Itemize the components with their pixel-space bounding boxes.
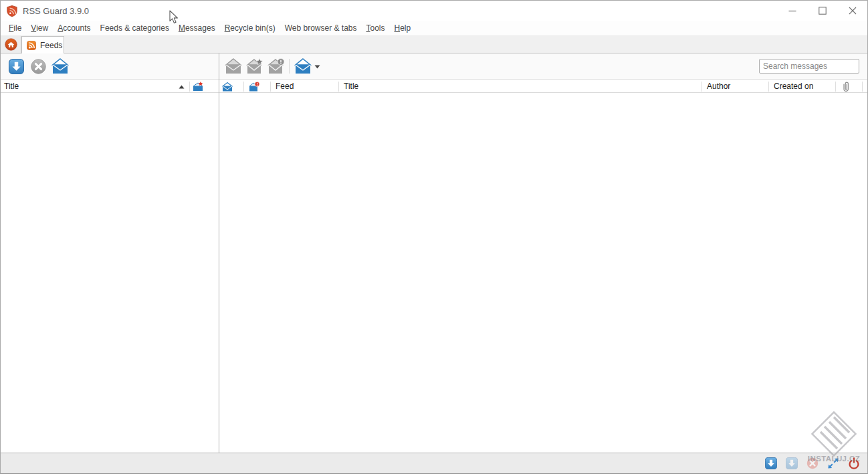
feeds-header: Title [1, 79, 219, 93]
menu-bar: File View Accounts Feeds & categories Me… [1, 21, 867, 36]
menu-item-file[interactable]: File [5, 21, 25, 35]
menu-item-tools[interactable]: Tools [362, 21, 389, 35]
messages-header: Feed Title Author Created on [219, 79, 867, 93]
mark-unread-button envelope-exclamation-icon[interactable] [267, 58, 285, 74]
header-separator [768, 82, 769, 92]
tab-bar: Feeds [1, 36, 867, 53]
tab-home[interactable] [1, 36, 21, 53]
home-icon [5, 38, 17, 51]
statusbar-update-feeds-button download-arrow-icon[interactable] [765, 457, 777, 469]
read-status-column read-envelope-icon[interactable] [222, 82, 233, 92]
sort-ascending-icon [179, 85, 185, 89]
header-separator [835, 82, 836, 92]
tab-feeds[interactable]: Feeds [21, 36, 64, 53]
menu-item-web-browser-tabs[interactable]: Web browser & tabs [281, 21, 361, 35]
search-input[interactable] [759, 59, 859, 74]
statusbar-update-selected-button download-arrow-icon[interactable] [786, 457, 798, 469]
mark-all-read-button open-envelope-dropdown-icon[interactable] [294, 58, 312, 74]
header-separator [338, 82, 339, 92]
app-logo-shield-icon [6, 5, 18, 17]
importance-column importance-envelope-icon[interactable] [249, 82, 260, 92]
menu-item-feeds-categories[interactable]: Feeds & categories [96, 21, 173, 35]
header-separator [243, 82, 244, 92]
statusbar-stop-button red-x-icon[interactable] [806, 457, 819, 469]
menu-item-accounts[interactable]: Accounts [53, 21, 94, 35]
status-bar [1, 453, 867, 473]
dropdown-caret-icon[interactable] [314, 65, 320, 69]
unread-counts-column envelope-red-star-icon[interactable] [193, 82, 203, 92]
messages-column-title[interactable]: Title [344, 80, 358, 94]
feeds-column-title[interactable]: Title [4, 80, 19, 94]
messages-column-created-on[interactable]: Created on [774, 80, 813, 94]
messages-toolbar [219, 53, 867, 79]
title-bar: RSS Guard 3.9.0 [1, 1, 867, 21]
message-list[interactable] [219, 93, 867, 453]
tab-feeds-label: Feeds [40, 41, 62, 50]
menu-item-help[interactable]: Help [391, 21, 415, 35]
stop-button stop-x-icon[interactable] [29, 58, 47, 74]
menu-item-recycle-bins[interactable]: Recycle bin(s) [221, 21, 280, 35]
rss-icon [27, 41, 36, 50]
menu-item-messages[interactable]: Messages [175, 21, 219, 35]
feeds-toolbar [1, 53, 219, 79]
mark-important-button envelope-star-icon[interactable] [246, 58, 263, 74]
mark-message-read-button open-envelope-icon[interactable] [225, 58, 242, 74]
maximize-button[interactable] [807, 1, 837, 21]
update-feeds-button download-arrow-icon[interactable] [7, 58, 25, 74]
menu-item-view[interactable]: View [27, 21, 52, 35]
feed-list[interactable] [1, 93, 219, 453]
toolbar-separator [289, 59, 290, 74]
app-window: RSS Guard 3.9.0 File View Accounts Feeds… [0, 0, 868, 474]
header-separator [270, 82, 271, 92]
messages-column-author[interactable]: Author [707, 80, 730, 94]
statusbar-fullscreen-button fullscreen-arrows-icon[interactable] [827, 457, 839, 469]
header-separator [862, 82, 863, 92]
header-separator [189, 82, 190, 92]
statusbar-quit-button power-icon[interactable] [848, 457, 860, 469]
header-separator [701, 82, 702, 92]
messages-panel: Feed Title Author Created on [219, 53, 867, 453]
minimize-button[interactable] [777, 1, 807, 21]
window-controls [777, 1, 867, 21]
window-title: RSS Guard 3.9.0 [23, 6, 89, 16]
feeds-panel: Title [1, 53, 219, 453]
mark-read-button open-envelope-icon[interactable] [51, 58, 69, 74]
messages-column-feed[interactable]: Feed [276, 80, 294, 94]
attachments-column paperclip-icon[interactable] [841, 81, 851, 93]
main-content: Title [1, 53, 867, 453]
close-button[interactable] [837, 1, 867, 21]
